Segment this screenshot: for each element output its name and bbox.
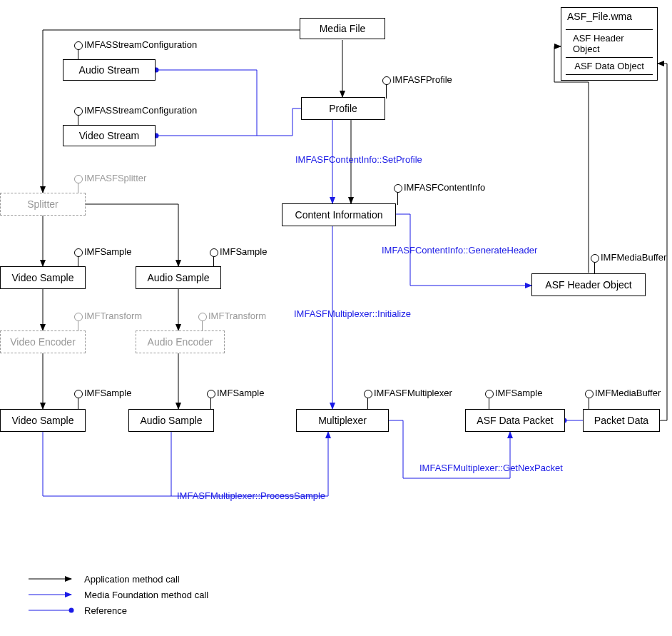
lollipop-circle-icon (74, 175, 83, 183)
processsample-label: IMFASFMultiplexer::ProcessSample (177, 490, 325, 501)
lollipop-circle-icon (585, 390, 594, 398)
video-sample-1-box: Video Sample (0, 266, 86, 289)
lollipop-circle-icon (74, 313, 83, 321)
lollipop-circle-icon (210, 248, 218, 257)
asf-file-header-row: ASF Header Object (566, 29, 653, 58)
legend: Application method call Media Foundation… (29, 571, 208, 618)
lollipop-circle-icon (74, 390, 83, 398)
lollipop-circle-icon (198, 313, 207, 321)
lollipop-circle-icon (591, 254, 599, 263)
setprofile-label: IMFASFContentInfo::SetProfile (295, 154, 422, 165)
video-stream-box: Video Stream (63, 125, 156, 146)
legend-reference: Reference (84, 605, 127, 616)
audio-encoder-box: Audio Encoder (136, 330, 225, 353)
legend-app-call: Application method call (84, 574, 180, 585)
generateheader-label: IMFASFContentInfo::GenerateHeader (382, 245, 537, 256)
splitter-box: Splitter (0, 193, 86, 216)
lollipop-circle-icon (74, 107, 83, 116)
asf-data-packet-box: ASF Data Packet (465, 409, 565, 432)
profile-box: Profile (301, 97, 385, 120)
getnextpacket-label: IMFASFMultiplexer::GetNexPacket (419, 463, 563, 473)
lollipop-circle-icon (74, 248, 83, 257)
video-encoder-box: Video Encoder (0, 330, 86, 353)
asf-file-box: ASF_File.wma ASF Header Object ASF Data … (561, 7, 658, 81)
audio-sample-2-box: Audio Sample (128, 409, 214, 432)
asf-file-title: ASF_File.wma (561, 8, 657, 25)
lollipop-circle-icon (74, 41, 83, 50)
lollipop-circle-icon (364, 390, 372, 398)
lollipop-circle-icon (394, 184, 402, 193)
audio-stream-box: Audio Stream (63, 59, 156, 81)
packet-data-box: Packet Data (583, 409, 660, 432)
lollipop-circle-icon (207, 390, 215, 398)
video-sample-2-box: Video Sample (0, 409, 86, 432)
media-file-box: Media File (300, 18, 385, 39)
initialize-label: IMFASFMultiplexer::Initialize (294, 308, 411, 319)
legend-mf-call: Media Foundation method call (84, 590, 208, 600)
content-info-box: Content Information (282, 203, 396, 226)
multiplexer-box: Multiplexer (296, 409, 389, 432)
lollipop-circle-icon (382, 76, 391, 85)
lollipop-circle-icon (485, 390, 494, 398)
audio-sample-1-box: Audio Sample (136, 266, 221, 289)
asf-header-object-box: ASF Header Object (531, 273, 646, 296)
asf-file-data-row: ASF Data Object (566, 57, 653, 75)
